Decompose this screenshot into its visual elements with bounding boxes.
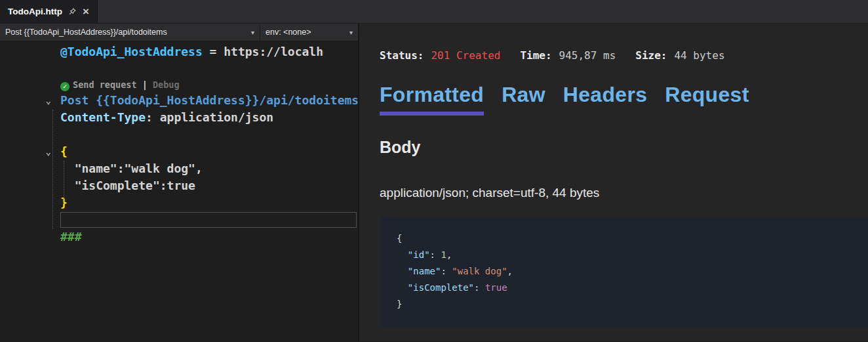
status-label: Size:	[635, 49, 667, 62]
send-request-link[interactable]: Send request	[73, 79, 137, 90]
response-tab-raw[interactable]: Raw	[502, 83, 545, 112]
code-token: true	[485, 282, 507, 293]
chevron-down-icon: ▾	[349, 29, 353, 36]
editor-pane: Post {{TodoApi_HostAddress}}/api/todoite…	[0, 24, 358, 341]
editor-line[interactable]	[0, 126, 358, 143]
editor-line-content	[60, 212, 357, 228]
code-token: ,	[446, 249, 452, 260]
code-token: }	[397, 299, 402, 309]
main-split: Post {{TodoApi_HostAddress}}/api/todoite…	[0, 24, 868, 341]
status-item: Size:44 bytes	[635, 49, 724, 62]
editor-line-content	[60, 60, 358, 77]
editor-gutter	[0, 109, 60, 126]
code-token: "isComplete":true	[60, 179, 195, 192]
code-token: "id"	[408, 249, 430, 260]
code-token	[397, 249, 408, 260]
code-token: "name"	[408, 266, 441, 276]
editor-line[interactable]: ⌄{	[0, 143, 358, 160]
json-line: "name": "walk dog",	[397, 263, 851, 280]
code-token: "isComplete"	[408, 282, 474, 293]
json-line: }	[397, 296, 851, 312]
editor-gutter	[0, 160, 60, 177]
status-value: 44 bytes	[674, 49, 724, 62]
code-token: {	[60, 144, 68, 158]
indent-guide	[52, 110, 53, 229]
request-selector[interactable]: Post {{TodoApi_HostAddress}}/api/todoite…	[0, 24, 260, 41]
editor-line[interactable]	[0, 60, 358, 77]
collapse-chevron-icon[interactable]: ⌄	[0, 92, 60, 109]
response-tab-headers[interactable]: Headers	[563, 83, 647, 112]
close-icon[interactable]: ×	[83, 6, 89, 17]
code-token: "name":"walk dog",	[60, 161, 203, 175]
content-type-text: application/json; charset=utf-8, 44 byte…	[380, 186, 868, 200]
response-tab-formatted[interactable]: Formatted	[380, 83, 484, 116]
code-token: :	[430, 249, 441, 260]
code-token: =	[203, 45, 224, 58]
chevron-down-icon: ▾	[251, 29, 254, 36]
status-label: Status:	[380, 49, 424, 62]
editor-line-content: ✓Send request | Debug	[60, 77, 358, 92]
debug-link[interactable]: Debug	[153, 79, 180, 90]
code-token: https://localh	[224, 45, 323, 58]
editor-line-content: Post {{TodoApi_HostAddress}}/api/todoite…	[60, 92, 358, 109]
body-heading: Body	[380, 138, 868, 157]
code-token: :	[441, 266, 452, 276]
response-panel: Status:201 CreatedTime:945,87 msSize:44 …	[358, 24, 868, 341]
editor-line[interactable]: }	[0, 194, 358, 211]
editor-line-content: "isComplete":true	[60, 177, 358, 194]
editor-line-content: }	[60, 194, 358, 211]
code-token: 1	[441, 249, 446, 260]
json-line: "id": 1,	[397, 247, 851, 263]
editor-line-content	[60, 126, 358, 143]
status-value: 945,87 ms	[559, 49, 616, 62]
editor-line-content: {	[60, 143, 358, 160]
editor-line[interactable]: @TodoApi_HostAddress = https://localh	[0, 43, 358, 60]
response-status-bar: Status:201 CreatedTime:945,87 msSize:44 …	[380, 49, 868, 62]
code-token: ,	[507, 266, 513, 276]
editor-gutter	[0, 77, 60, 92]
send-request-check-icon: ✓	[60, 82, 69, 91]
editor-gutter	[0, 211, 60, 228]
editor-line-content: "name":"walk dog",	[60, 160, 358, 177]
editor-gutter	[0, 60, 60, 77]
collapse-chevron-icon[interactable]: ⌄	[0, 143, 60, 160]
tab-bar: TodoApi.http ×	[0, 0, 868, 24]
status-label: Time:	[520, 49, 551, 62]
request-selector-label: Post {{TodoApi_HostAddress}}/api/todoite…	[5, 28, 167, 37]
response-tab-request[interactable]: Request	[665, 83, 749, 112]
code-token: Content-Type	[60, 110, 146, 124]
response-body-json: { "id": 1, "name": "walk dog", "isComple…	[380, 217, 868, 328]
editor-line[interactable]: ⌄Post {{TodoApi_HostAddress}}/api/todoit…	[0, 92, 358, 109]
http-editor[interactable]: @TodoApi_HostAddress = https://localh✓Se…	[0, 41, 358, 341]
pin-icon[interactable]	[68, 7, 77, 16]
code-token: ###	[60, 230, 82, 244]
status-value: 201 Created	[431, 49, 500, 62]
editor-current-line[interactable]	[0, 211, 358, 228]
editor-line-content: ###	[60, 228, 358, 246]
code-token: :	[146, 110, 160, 124]
request-toolbar: Post {{TodoApi_HostAddress}}/api/todoite…	[0, 24, 358, 41]
editor-gutter	[0, 43, 60, 60]
status-item: Time:945,87 ms	[520, 49, 616, 62]
editor-gutter	[0, 194, 60, 211]
editor-line[interactable]: "name":"walk dog",	[0, 160, 358, 177]
editor-line[interactable]: ✓Send request | Debug	[0, 77, 358, 92]
response-tabs: FormattedRawHeadersRequest	[380, 83, 868, 116]
code-token	[397, 266, 408, 276]
env-selector-label: env: <none>	[266, 28, 311, 37]
tab-todoapi-http[interactable]: TodoApi.http ×	[0, 0, 98, 23]
tab-title: TodoApi.http	[8, 7, 62, 16]
editor-line-content: Content-Type: application/json	[60, 109, 358, 126]
code-token: |	[137, 79, 153, 90]
editor-gutter	[0, 177, 60, 194]
code-token: :	[474, 282, 485, 293]
editor-line[interactable]: Content-Type: application/json	[0, 109, 358, 126]
editor-line[interactable]: ###	[0, 228, 358, 246]
indent-guide	[64, 161, 64, 202]
editor-line[interactable]: "isComplete":true	[0, 177, 358, 194]
code-token: {	[397, 233, 402, 244]
editor-gutter	[0, 126, 60, 143]
code-token: application/json	[160, 110, 273, 124]
env-selector[interactable]: env: <none> ▾	[260, 24, 358, 41]
status-item: Status:201 Created	[380, 49, 500, 62]
